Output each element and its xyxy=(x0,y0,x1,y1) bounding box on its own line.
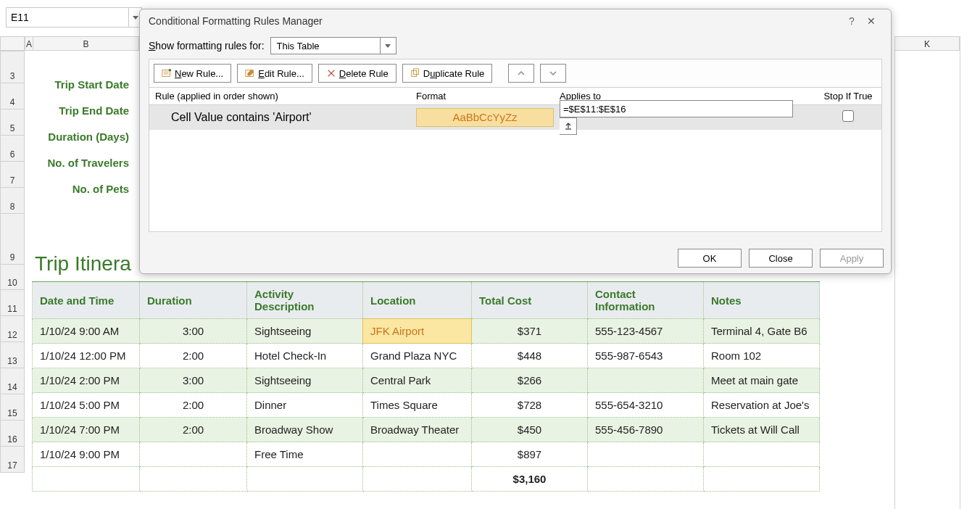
itinerary-cell[interactable] xyxy=(704,467,820,492)
itinerary-header[interactable]: Contact Information xyxy=(588,282,704,319)
row-header-9[interactable]: 9 xyxy=(0,214,25,265)
row-header-5[interactable]: 5 xyxy=(0,109,25,136)
itinerary-cell[interactable]: 1/10/24 7:00 PM xyxy=(33,418,140,442)
itinerary-cell[interactable]: $450 xyxy=(472,418,588,442)
itinerary-cell[interactable]: 1/10/24 5:00 PM xyxy=(33,393,140,418)
itinerary-cell[interactable]: Broadway Show xyxy=(247,418,363,442)
itinerary-cell[interactable]: Dinner xyxy=(247,393,363,418)
row-header-16[interactable]: 16 xyxy=(0,421,25,447)
itinerary-cell[interactable] xyxy=(588,442,704,467)
itinerary-cell[interactable]: 2:00 xyxy=(140,418,247,442)
itinerary-cell[interactable] xyxy=(247,467,363,492)
itinerary-header[interactable]: Notes xyxy=(704,282,820,319)
stop-if-true-checkbox[interactable] xyxy=(842,110,854,122)
itinerary-cell[interactable]: 1/10/24 2:00 PM xyxy=(33,368,140,393)
row-header-8[interactable]: 8 xyxy=(0,188,25,214)
itinerary-cell[interactable]: $728 xyxy=(472,393,588,418)
row-header-17[interactable]: 17 xyxy=(0,447,25,473)
itinerary-row[interactable]: 1/10/24 5:00 PM2:00DinnerTimes Square$72… xyxy=(33,393,820,418)
col-header-b[interactable]: B xyxy=(33,36,139,51)
itinerary-cell[interactable]: $448 xyxy=(472,344,588,368)
itinerary-cell[interactable] xyxy=(588,467,704,492)
itinerary-cell[interactable]: 1/10/24 12:00 PM xyxy=(33,344,140,368)
scope-select[interactable]: This Table xyxy=(270,37,396,54)
itinerary-cell[interactable]: Room 102 xyxy=(704,344,820,368)
new-rule-button[interactable]: New Rule... xyxy=(154,64,231,83)
row-header-7[interactable]: 7 xyxy=(0,162,25,188)
edit-rule-button[interactable]: Edit Rule... xyxy=(237,64,312,83)
itinerary-cell[interactable]: $3,160 xyxy=(472,467,588,492)
itinerary-cell[interactable]: 2:00 xyxy=(140,393,247,418)
itinerary-cell[interactable]: Central Park xyxy=(363,368,472,393)
itinerary-cell[interactable]: Tickets at Will Call xyxy=(704,418,820,442)
move-up-button[interactable] xyxy=(508,64,534,83)
itinerary-header[interactable]: Date and Time xyxy=(33,282,140,319)
itinerary-cell[interactable]: Terminal 4, Gate B6 xyxy=(704,319,820,344)
name-box-input[interactable] xyxy=(6,7,129,28)
itinerary-cell[interactable]: Reservation at Joe's xyxy=(704,393,820,418)
itinerary-row[interactable]: 1/10/24 12:00 PM2:00Hotel Check-InGrand … xyxy=(33,344,820,368)
itinerary-table[interactable]: Date and TimeDurationActivity Descriptio… xyxy=(32,281,820,492)
dialog-help-button[interactable]: ? xyxy=(843,15,860,27)
itinerary-header[interactable]: Total Cost xyxy=(472,282,588,319)
col-header-a[interactable]: A xyxy=(25,36,33,51)
itinerary-cell[interactable] xyxy=(363,442,472,467)
apply-button[interactable]: Apply xyxy=(820,249,884,268)
itinerary-cell[interactable]: Sightseeing xyxy=(247,319,363,344)
duplicate-rule-button[interactable]: Duplicate Rule xyxy=(402,64,493,83)
itinerary-cell[interactable] xyxy=(588,368,704,393)
dialog-close-button[interactable]: ✕ xyxy=(860,15,882,27)
itinerary-row[interactable]: 1/10/24 2:00 PM3:00SightseeingCentral Pa… xyxy=(33,368,820,393)
itinerary-cell[interactable]: Free Time xyxy=(247,442,363,467)
itinerary-cell[interactable]: Hotel Check-In xyxy=(247,344,363,368)
itinerary-header[interactable]: Duration xyxy=(140,282,247,319)
row-header-3[interactable]: 3 xyxy=(0,51,25,83)
itinerary-cell[interactable]: 2:00 xyxy=(140,344,247,368)
itinerary-cell[interactable] xyxy=(140,442,247,467)
itinerary-cell[interactable]: Sightseeing xyxy=(247,368,363,393)
row-header-6[interactable]: 6 xyxy=(0,136,25,162)
itinerary-cell[interactable]: JFK Airport xyxy=(363,319,472,344)
itinerary-cell[interactable]: Grand Plaza NYC xyxy=(363,344,472,368)
itinerary-header[interactable]: Location xyxy=(363,282,472,319)
itinerary-cell[interactable] xyxy=(140,467,247,492)
row-header-13[interactable]: 13 xyxy=(0,342,25,368)
itinerary-cell[interactable]: Times Square xyxy=(363,393,472,418)
itinerary-cell[interactable] xyxy=(363,467,472,492)
itinerary-cell[interactable]: 3:00 xyxy=(140,319,247,344)
itinerary-cell[interactable]: 555-654-3210 xyxy=(588,393,704,418)
itinerary-cell[interactable] xyxy=(704,442,820,467)
itinerary-cell[interactable]: Meet at main gate xyxy=(704,368,820,393)
itinerary-row[interactable]: 1/10/24 9:00 AM3:00SightseeingJFK Airpor… xyxy=(33,319,820,344)
scope-select-dropdown[interactable] xyxy=(380,38,396,54)
row-header-10[interactable]: 10 xyxy=(0,265,25,290)
close-button[interactable]: Close xyxy=(749,249,813,268)
ok-button[interactable]: OK xyxy=(678,249,742,268)
itinerary-cell[interactable]: 1/10/24 9:00 PM xyxy=(33,442,140,467)
itinerary-row[interactable]: 1/10/24 9:00 PMFree Time$897 xyxy=(33,442,820,467)
itinerary-total-row[interactable]: $3,160 xyxy=(33,467,820,492)
rule-row[interactable]: Cell Value contains 'Airport' AaBbCcYyZz xyxy=(149,105,881,130)
select-all-corner[interactable] xyxy=(0,36,25,51)
itinerary-header[interactable]: Activity Description xyxy=(247,282,363,319)
itinerary-cell[interactable]: $371 xyxy=(472,319,588,344)
itinerary-cell[interactable]: $266 xyxy=(472,368,588,393)
itinerary-cell[interactable]: $897 xyxy=(472,442,588,467)
row-header-12[interactable]: 12 xyxy=(0,316,25,342)
row-header-4[interactable]: 4 xyxy=(0,83,25,109)
itinerary-row[interactable]: 1/10/24 7:00 PM2:00Broadway ShowBroadway… xyxy=(33,418,820,442)
applies-to-input[interactable] xyxy=(560,100,793,117)
itinerary-cell[interactable]: Broadway Theater xyxy=(363,418,472,442)
itinerary-cell[interactable]: 1/10/24 9:00 AM xyxy=(33,319,140,344)
move-down-button[interactable] xyxy=(540,64,566,83)
itinerary-cell[interactable]: 555-123-4567 xyxy=(588,319,704,344)
row-header-11[interactable]: 11 xyxy=(0,290,25,316)
row-header-15[interactable]: 15 xyxy=(0,394,25,421)
itinerary-cell[interactable]: 555-987-6543 xyxy=(588,344,704,368)
itinerary-cell[interactable]: 555-456-7890 xyxy=(588,418,704,442)
row-header-14[interactable]: 14 xyxy=(0,368,25,394)
col-header-k[interactable]: K xyxy=(894,36,960,51)
itinerary-cell[interactable]: 3:00 xyxy=(140,368,247,393)
itinerary-cell[interactable] xyxy=(33,467,140,492)
delete-rule-button[interactable]: Delete Rule xyxy=(318,64,396,83)
